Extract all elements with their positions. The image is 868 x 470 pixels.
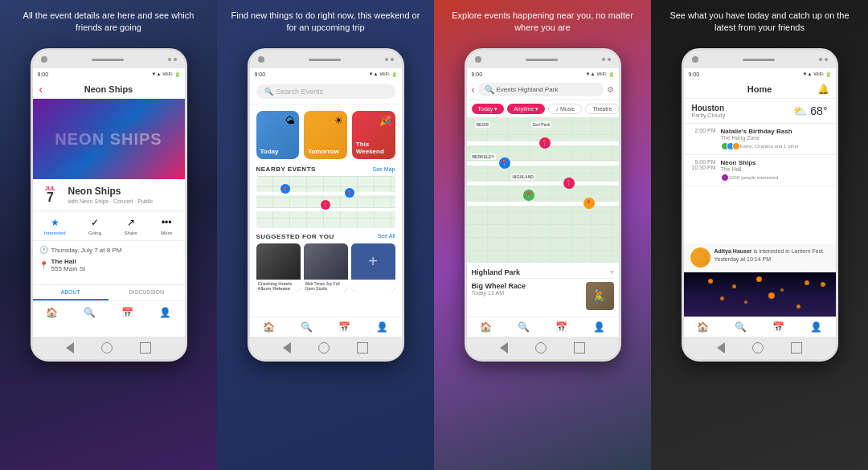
status-bar-2: 9:00 ▼▲ WiFi 🔋: [250, 68, 402, 80]
filter-today[interactable]: Today ▾: [472, 104, 505, 114]
search-icon-3: 🔍: [485, 85, 494, 94]
suggested-label: SUGGESTED FOR YOU: [256, 233, 334, 240]
add-icon: +: [351, 243, 395, 280]
going-label: Going: [88, 231, 101, 235]
recent-hw-button[interactable]: [140, 342, 151, 354]
home-nav-3[interactable]: 🏠: [480, 321, 492, 333]
weather-location: Houston Partly Cloudy: [692, 104, 726, 118]
profile-nav-icon[interactable]: 👤: [158, 305, 173, 320]
camera-icon: [41, 56, 47, 63]
battery-icon-2: 🔋: [391, 72, 397, 77]
event-row-birthday[interactable]: 2:00 PM Natalie's Birthday Bash The Hang…: [684, 124, 836, 155]
filter-anytime[interactable]: Anytime ▾: [507, 104, 545, 114]
today-tile[interactable]: 🌤 Today: [256, 111, 300, 159]
recent-hw-4[interactable]: [791, 342, 802, 354]
status-icons-2: ▼▲ WiFi 🔋: [369, 72, 397, 77]
calendar-nav-icon[interactable]: 📅: [121, 305, 135, 320]
search-nav-icon[interactable]: 🔍: [82, 305, 96, 320]
suggested-card-2[interactable]: Walt Times Joy Fall Open Studio: [304, 243, 348, 292]
filter-music-label: ♪ Music: [555, 106, 575, 112]
home-hw-4[interactable]: [752, 342, 764, 354]
suggested-card-add[interactable]: +: [351, 243, 395, 292]
search-nav-3[interactable]: 🔍: [518, 321, 530, 333]
p3-search-bar[interactable]: 🔍 Events Highland Park: [478, 83, 604, 96]
main-panels: All the event details are here and see w…: [0, 0, 868, 470]
event-row-neonships[interactable]: 9:00 PM 10:30 PM Neon Ships The Hall 120…: [684, 155, 836, 186]
phone-dots-4: [819, 58, 828, 61]
calendar-nav-2[interactable]: 📅: [338, 321, 350, 333]
status-time-2: 9:00: [255, 72, 266, 77]
search-nav-4[interactable]: 🔍: [735, 321, 747, 333]
search-nav-2[interactable]: 🔍: [301, 321, 313, 333]
venue-address: 555 Main St: [51, 265, 86, 272]
profile-nav-2[interactable]: 👤: [376, 321, 388, 333]
filter-icon[interactable]: ⚙: [607, 85, 614, 94]
filter-theatre[interactable]: Theatre: [585, 104, 618, 114]
back-hw-2[interactable]: [283, 342, 291, 354]
sun-icon: ⛅: [793, 104, 807, 117]
phone-2-bottom: [250, 337, 402, 359]
phone-3-bottom: [467, 337, 619, 359]
back-hw-button[interactable]: [66, 342, 74, 354]
phone-2-screen: 9:00 ▼▲ WiFi 🔋 🔍 Search Events 🌤: [250, 68, 402, 337]
p1-event-details: Neon Ships with Neon Ships · Concert · P…: [68, 186, 154, 204]
nearby-events-label: NEARBY EVENTS: [256, 166, 316, 173]
explore-map[interactable]: REGIS Zuri Park BERKELEY HIGHLAND 📍 📍 📍 …: [467, 117, 619, 263]
event1-content: Natalie's Birthday Bash The Hang Zone Ka…: [721, 128, 829, 150]
share-icon: ↗: [125, 216, 137, 229]
p3-bottom-nav: 🏠 🔍 📅 👤: [467, 317, 619, 337]
filter-music[interactable]: ♪ Music: [548, 104, 582, 114]
nearby-map[interactable]: 📍 📍 📍: [256, 176, 395, 228]
panel1-caption: All the event details are here and see w…: [0, 0, 217, 48]
calendar-nav-4[interactable]: 📅: [772, 321, 784, 333]
tomorrow-tile[interactable]: ☀ Tomorrow: [304, 111, 347, 159]
lantern-photo: [684, 272, 836, 317]
home-nav-4[interactable]: 🏠: [697, 321, 709, 333]
p3-filter-chips: Today ▾ Anytime ▾ ♪ Music Theatre: [467, 100, 619, 117]
event-row-1[interactable]: Big Wheel Race Today 11 AM 🚴: [472, 278, 614, 313]
recent-hw-2[interactable]: [357, 342, 368, 354]
back-hw-3[interactable]: [500, 342, 508, 354]
p3-back-button[interactable]: ‹: [472, 84, 475, 96]
p1-event-title: Neon Ships: [84, 84, 133, 94]
notification-icon[interactable]: 🔔: [817, 84, 829, 95]
home-hw-button[interactable]: [101, 342, 113, 354]
map-pin-3: 📍: [345, 188, 354, 198]
temperature: 68°: [810, 104, 827, 117]
suggested-card-1[interactable]: Crashing Hotels Album Release Party: [256, 243, 301, 292]
map-label-regis: REGIS: [475, 121, 491, 128]
home-nav-2[interactable]: 🏠: [263, 321, 275, 333]
tab-discussion[interactable]: DISCUSSION: [108, 285, 185, 300]
battery-icon-4: 🔋: [825, 72, 831, 77]
back-hw-4[interactable]: [717, 342, 725, 354]
event-info-1: Big Wheel Race Today 11 AM: [472, 282, 586, 296]
profile-nav-3[interactable]: 👤: [593, 321, 605, 333]
event2-people-text: 120K people interested: [729, 175, 779, 180]
profile-nav-4[interactable]: 👤: [810, 321, 822, 333]
social-activity-text: is interested in Lantern Fest.: [754, 248, 825, 254]
home-hw-3[interactable]: [535, 342, 547, 354]
back-button[interactable]: ‹: [39, 83, 43, 96]
event2-time: 9:00 PM: [690, 159, 716, 165]
filter-theatre-label: Theatre: [592, 106, 612, 112]
see-map-link[interactable]: See Map: [372, 166, 395, 172]
card1-title: Crashing Hotels Album Release Party: [256, 280, 301, 292]
interested-button[interactable]: ★ Interested: [44, 216, 66, 235]
going-button[interactable]: ✓ Going: [88, 216, 101, 235]
weekend-tile[interactable]: 🎉 This Weekend: [352, 111, 395, 159]
tab-about[interactable]: ABOUT: [33, 285, 109, 300]
map-pin-3-2: 📍: [499, 157, 510, 169]
home-hw-2[interactable]: [318, 342, 330, 354]
home-nav-icon[interactable]: 🏠: [44, 305, 59, 320]
see-all-link[interactable]: See All: [378, 233, 395, 240]
search-bar-2[interactable]: 🔍 Search Events: [256, 84, 395, 99]
lantern-2: [732, 284, 736, 288]
battery-icon: 🔋: [174, 72, 180, 77]
recent-hw-3[interactable]: [574, 342, 585, 354]
share-button[interactable]: ↗ Share: [125, 216, 137, 235]
calendar-nav-3[interactable]: 📅: [555, 321, 567, 333]
events-list: 2:00 PM Natalie's Birthday Bash The Hang…: [684, 124, 836, 243]
phone-1-top: [33, 51, 185, 68]
more-button[interactable]: ••• More: [160, 216, 173, 235]
phone-3-screen: 9:00 ▼▲ WiFi 🔋 ‹ 🔍 Events Highland Park: [467, 68, 619, 337]
